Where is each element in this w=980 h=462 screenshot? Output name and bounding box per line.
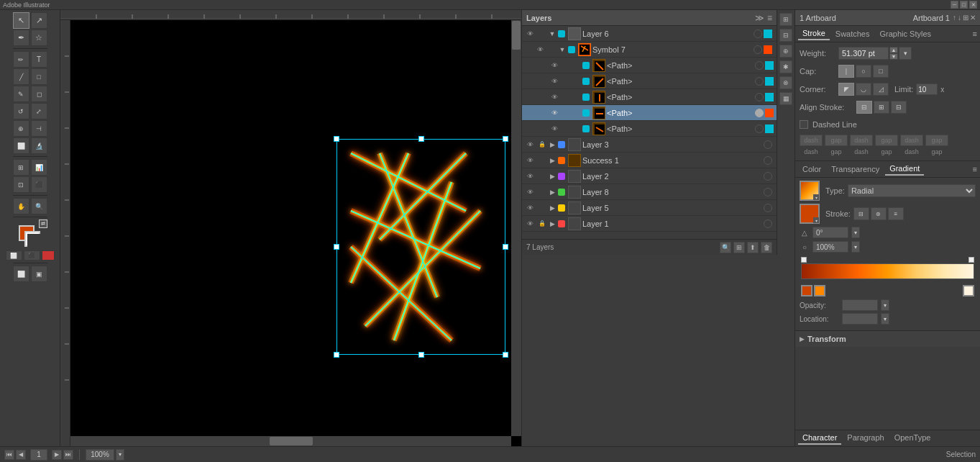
pen-tool-btn[interactable]: ✏ [13, 51, 29, 68]
rect-tool-btn[interactable]: □ [31, 68, 47, 85]
layers-panel-menu-icon[interactable]: ≡ [767, 13, 772, 23]
vertical-scrollbar[interactable] [511, 20, 521, 436]
panel-options-btn[interactable]: ≡ [973, 30, 977, 38]
gradient-main-swatch[interactable]: ▾ [800, 181, 820, 201]
stroke-align-btn[interactable]: ≡ [888, 207, 904, 220]
selection-handle-tr[interactable] [503, 136, 508, 142]
layer-expand-layer8[interactable]: ▶ [548, 189, 557, 196]
gap2-input[interactable] [875, 135, 898, 146]
layer-item-layer2[interactable]: 👁 ▶ Layer 2 [522, 168, 777, 184]
location-value-input[interactable] [842, 313, 878, 325]
horizontal-scrollbar[interactable] [70, 436, 511, 446]
layer-item-layer1[interactable]: 👁 🔒 ▶ Layer 1 [522, 216, 777, 232]
gap3-input[interactable] [925, 135, 948, 146]
tab-gradient[interactable]: Gradient [885, 163, 924, 176]
layer-vis-symbol7[interactable]: 👁 [533, 46, 546, 53]
gradient-bar[interactable] [801, 263, 974, 279]
pencil-tool-btn[interactable]: ✎ [13, 86, 29, 102]
layer-vis-path4[interactable]: 👁 [548, 109, 561, 117]
layer-item-path2[interactable]: 👁 <Path> [522, 73, 777, 89]
align-inside-btn[interactable]: ⊞ [874, 101, 889, 114]
hand-tool-btn[interactable]: ✋ [13, 198, 29, 214]
layer-vis-layer3[interactable]: 👁 [523, 141, 536, 148]
tab-character[interactable]: Character [798, 432, 841, 445]
dash3-input[interactable] [900, 135, 923, 146]
tab-graphic-styles[interactable]: Graphic Styles [876, 28, 936, 40]
opacity-input[interactable] [812, 241, 848, 253]
artboard-up-icon[interactable]: ↑ [953, 14, 956, 22]
layers-move-btn[interactable]: ⬆ [747, 242, 759, 253]
cap-round-btn[interactable]: ○ [856, 65, 871, 78]
nav-first-btn[interactable]: ⏮ [4, 450, 14, 460]
selection-handle-mr[interactable] [503, 244, 508, 250]
nav-last-btn[interactable]: ⏭ [63, 450, 73, 460]
tab-color[interactable]: Color [798, 163, 825, 175]
scale-tool-btn[interactable]: ⤢ [31, 103, 47, 119]
angle-input[interactable] [812, 227, 848, 238]
layer-target-symbol7[interactable] [754, 45, 762, 54]
gradient-stroke-swatch[interactable]: ▾ [800, 204, 820, 224]
layer-vis-layer1[interactable]: 👁 [523, 220, 536, 227]
type-tool-btn[interactable]: T [31, 51, 47, 68]
selection-handle-bm[interactable] [418, 352, 424, 358]
rotate-tool-btn[interactable]: ↺ [13, 103, 29, 119]
location-dropdown[interactable]: ▾ [881, 313, 889, 325]
scrollbar-thumb-h[interactable] [270, 437, 313, 445]
artboard-delete-icon[interactable]: ✕ [970, 14, 976, 22]
restore-btn[interactable]: □ [960, 1, 968, 9]
layer-item-path5[interactable]: 👁 <Path> [522, 121, 777, 137]
panel-icon-2[interactable]: ⊟ [779, 29, 792, 42]
artboard-down-icon[interactable]: ↓ [958, 14, 961, 22]
cap-square-btn[interactable]: □ [873, 65, 889, 78]
artboard-tool-btn[interactable]: ⬛ [31, 176, 47, 193]
lasso-tool-btn[interactable]: ✒ [13, 30, 29, 46]
layer-target-layer8[interactable] [764, 188, 772, 196]
tab-opentype[interactable]: OpenType [890, 432, 935, 445]
artboard-new-icon[interactable]: ⊞ [963, 14, 968, 22]
layer-target-success1[interactable] [764, 156, 772, 165]
gradient-stop-left[interactable] [801, 257, 807, 263]
panel-icon-4[interactable]: ✱ [779, 60, 792, 73]
dash1-input[interactable] [800, 135, 823, 146]
layer-expand-layer2[interactable]: ▶ [548, 173, 557, 180]
layer-item-layer6[interactable]: 👁 ▼ Layer 6 [522, 26, 777, 42]
zoom-input[interactable] [86, 449, 114, 461]
zoom-dropdown[interactable]: ▾ [116, 449, 124, 461]
gradient-stop-right[interactable] [968, 257, 974, 263]
stroke-linear-btn[interactable]: ⊟ [853, 207, 869, 220]
layer-expand-success1[interactable]: ▶ [548, 157, 557, 164]
layer-expand-layer1[interactable]: ▶ [548, 220, 557, 227]
angle-unit-btn[interactable]: ▾ [851, 227, 860, 238]
layer-target-layer1[interactable] [764, 219, 772, 228]
selection-handle-ml[interactable] [334, 244, 339, 250]
layer-item-path3[interactable]: 👁 <Path> [522, 89, 777, 105]
layer-target-layer3[interactable] [764, 140, 772, 149]
line-tool-btn[interactable]: ╱ [13, 68, 29, 85]
layer-item-symbol7[interactable]: 👁 ▼ Symbol 7 [522, 42, 777, 58]
tab-transparency[interactable]: Transparency [827, 163, 884, 175]
weight-unit-btn[interactable]: ▾ [899, 47, 912, 60]
layer-target-layer5[interactable] [764, 204, 772, 212]
stroke-radial-btn[interactable]: ⊛ [871, 207, 887, 220]
layer-target-path3[interactable] [755, 93, 764, 101]
layer-vis-path2[interactable]: 👁 [548, 78, 561, 85]
warp-tool-btn[interactable]: ⊕ [13, 120, 29, 137]
tab-swatches[interactable]: Swatches [831, 28, 874, 40]
gradient-mode-btn[interactable]: ⬛ [24, 250, 40, 261]
corner-bevel-btn[interactable]: ◿ [873, 83, 889, 96]
scrollbar-thumb-v[interactable] [512, 21, 521, 50]
panel-icon-6[interactable]: ▦ [779, 92, 792, 105]
opacity-dropdown[interactable]: ▾ [881, 299, 889, 311]
align-outside-btn[interactable]: ⊟ [891, 101, 907, 114]
gradient-left-swatch[interactable] [801, 285, 812, 296]
swap-colors-btn[interactable]: ⇄ [39, 219, 47, 228]
cap-butt-btn[interactable]: | [838, 65, 854, 78]
eraser-tool-btn[interactable]: ◻ [31, 86, 47, 102]
selection-handle-tm[interactable] [418, 136, 424, 142]
stroke-swatch[interactable] [24, 231, 40, 247]
layer-item-path4[interactable]: 👁 <Path> [522, 105, 777, 121]
layer-item-layer8[interactable]: 👁 ▶ Layer 8 [522, 184, 777, 200]
layer-expand-layer3[interactable]: ▶ [548, 141, 557, 148]
draw-mode-btn[interactable]: ⬜ [13, 266, 29, 282]
tab-stroke[interactable]: Stroke [798, 27, 830, 40]
